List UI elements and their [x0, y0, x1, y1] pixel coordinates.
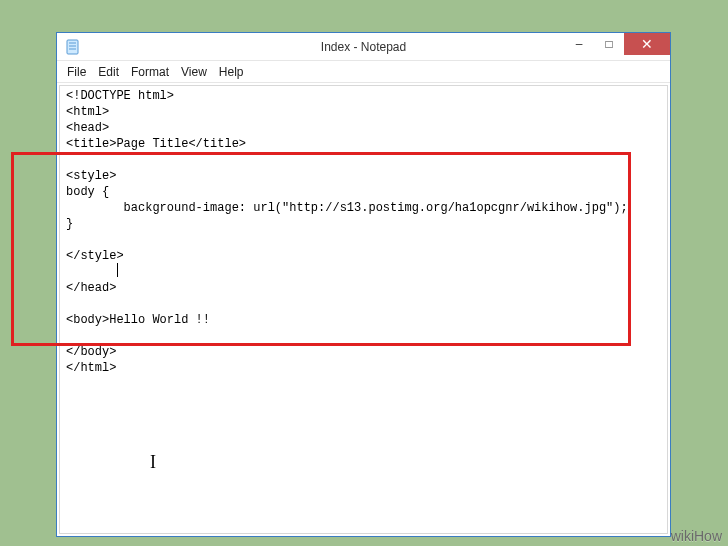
- svg-rect-0: [67, 40, 78, 54]
- minimize-button[interactable]: –: [564, 33, 594, 55]
- watermark-text: wikiHow: [671, 528, 722, 544]
- notepad-window: Index - Notepad – □ ✕ File Edit Format V…: [56, 32, 671, 537]
- menu-edit[interactable]: Edit: [98, 65, 119, 79]
- menu-format[interactable]: Format: [131, 65, 169, 79]
- menu-help[interactable]: Help: [219, 65, 244, 79]
- menubar: File Edit Format View Help: [57, 61, 670, 83]
- text-caret: [117, 263, 118, 277]
- menu-view[interactable]: View: [181, 65, 207, 79]
- editor-wrap: <!DOCTYPE html> <html> <head> <title>Pag…: [57, 83, 670, 536]
- notepad-icon: [65, 39, 81, 55]
- maximize-button[interactable]: □: [594, 33, 624, 55]
- close-button[interactable]: ✕: [624, 33, 670, 55]
- text-editor[interactable]: <!DOCTYPE html> <html> <head> <title>Pag…: [59, 85, 668, 534]
- window-controls: – □ ✕: [564, 33, 670, 55]
- titlebar: Index - Notepad – □ ✕: [57, 33, 670, 61]
- menu-file[interactable]: File: [67, 65, 86, 79]
